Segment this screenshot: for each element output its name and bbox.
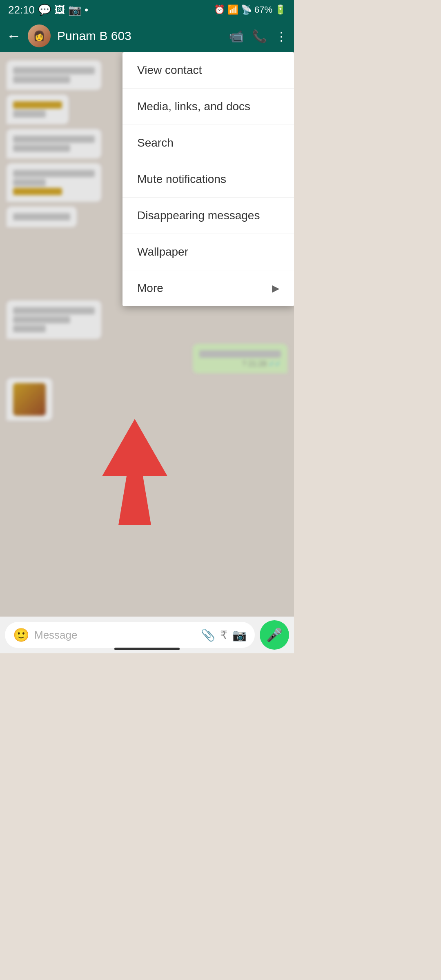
status-bar-right: ⏰ 📶 📡 67% 🔋 — [214, 4, 286, 15]
menu-item-mute-notifications[interactable]: Mute notifications — [122, 161, 294, 198]
menu-item-media-links[interactable]: Media, links, and docs — [122, 89, 294, 125]
contact-name[interactable]: Punam B 603 — [57, 29, 222, 43]
status-bar-left: 22:10 💬 🖼 📷 • — [8, 4, 88, 16]
camera-icon[interactable]: 📷 — [232, 628, 247, 642]
signal-icon: 📡 — [241, 4, 252, 15]
contact-avatar[interactable]: 👩 — [28, 24, 51, 47]
back-button[interactable]: ← — [7, 27, 21, 45]
more-chevron-icon: ▶ — [272, 283, 279, 294]
instagram-icon: 📷 — [68, 4, 81, 16]
voice-call-icon[interactable]: 📞 — [252, 29, 267, 43]
mic-icon: 🎤 — [266, 627, 283, 643]
attach-icon[interactable]: 📎 — [201, 628, 215, 642]
status-bar: 22:10 💬 🖼 📷 • ⏰ 📶 📡 67% 🔋 — [0, 0, 294, 20]
battery-display: 67% — [254, 4, 272, 15]
message-input-container[interactable]: 🙂 Message 📎 ₹ 📷 — [5, 622, 255, 648]
menu-item-disappearing-messages[interactable]: Disappearing messages — [122, 198, 294, 234]
avatar-image: 👩 — [28, 24, 51, 47]
whatsapp-icon: 💬 — [38, 4, 51, 16]
more-options-icon[interactable]: ⋮ — [275, 29, 287, 43]
dot-indicator: • — [85, 4, 88, 16]
emoji-button[interactable]: 🙂 — [13, 627, 29, 643]
header-actions: 📹 📞 ⋮ — [229, 29, 287, 43]
message-input[interactable]: Message — [34, 629, 196, 641]
payment-icon[interactable]: ₹ — [220, 628, 227, 642]
home-indicator — [114, 648, 180, 650]
menu-item-wallpaper[interactable]: Wallpaper — [122, 234, 294, 270]
dropdown-menu: View contact Media, links, and docs Sear… — [122, 52, 294, 306]
image-icon: 🖼 — [54, 4, 65, 16]
time-display: 22:10 — [8, 4, 35, 16]
wifi-icon: 📶 — [227, 4, 238, 15]
chat-area: ✓✓ ✓✓ ? 21:28 ✓✓ View contact Media, lin… — [0, 52, 294, 617]
battery-icon: 🔋 — [275, 4, 286, 15]
alarm-icon: ⏰ — [214, 4, 225, 15]
menu-item-search[interactable]: Search — [122, 125, 294, 161]
mic-button[interactable]: 🎤 — [260, 620, 289, 650]
video-call-icon[interactable]: 📹 — [229, 29, 244, 43]
menu-item-view-contact[interactable]: View contact — [122, 52, 294, 89]
chat-header: ← 👩 Punam B 603 📹 📞 ⋮ — [0, 20, 294, 52]
menu-item-more[interactable]: More ▶ — [122, 270, 294, 306]
